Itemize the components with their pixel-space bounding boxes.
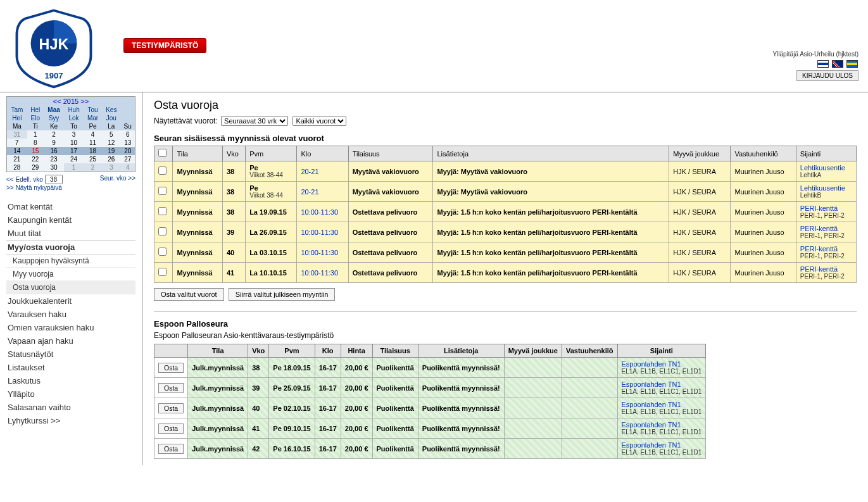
cal-day[interactable]: 29 <box>27 163 44 172</box>
flag-sv-icon[interactable] <box>846 60 858 68</box>
row-checkbox[interactable] <box>158 268 167 276</box>
time-link[interactable]: 20-21 <box>301 188 318 196</box>
cal-month[interactable]: Lok <box>69 115 79 122</box>
cal-day[interactable]: 23 <box>44 155 64 163</box>
cal-day[interactable]: 4 <box>120 163 135 172</box>
cal-day[interactable]: 26 <box>102 155 120 163</box>
flag-fi-icon[interactable] <box>817 60 829 68</box>
cal-day[interactable]: 7 <box>7 139 27 147</box>
nav-item[interactable]: Listaukset <box>6 361 135 374</box>
nav-item[interactable]: Vapaan ajan haku <box>6 334 135 348</box>
filter-all-select[interactable]: Kaikki vuorot <box>292 116 346 126</box>
cal-day[interactable]: 14 <box>7 147 27 155</box>
time-link[interactable]: 10:00-11:30 <box>301 208 338 216</box>
location-link[interactable]: PERI-kenttä <box>800 245 838 253</box>
cal-day[interactable]: 25 <box>84 155 102 163</box>
location-link[interactable]: Espoonlahden TN1 <box>622 421 681 429</box>
cal-day[interactable]: 1 <box>64 163 84 172</box>
nav-item[interactable]: Laskutus <box>6 374 135 387</box>
cal-day[interactable]: 2 <box>44 130 64 139</box>
cal-year-prev[interactable]: << <box>53 97 61 105</box>
cal-month[interactable]: Tam <box>11 106 23 113</box>
logout-button[interactable]: KIRJAUDU ULOS <box>796 70 859 81</box>
cal-day[interactable]: 18 <box>84 147 102 155</box>
cal-year-next[interactable]: >> <box>80 97 89 105</box>
location-link[interactable]: PERI-kenttä <box>800 204 838 212</box>
buy-button[interactable]: Osta <box>158 444 184 454</box>
cal-week-input[interactable] <box>45 175 63 184</box>
cal-day[interactable]: 27 <box>120 155 135 163</box>
time-link[interactable]: 10:00-11:30 <box>301 229 338 236</box>
nav-item[interactable]: Omien varauksien haku <box>6 321 135 334</box>
location-link[interactable]: Espoonlahden TN1 <box>622 380 681 388</box>
cal-today-link[interactable]: >> Näytä nykypäivä <box>6 184 62 191</box>
cal-day[interactable]: 12 <box>102 139 120 147</box>
cal-day[interactable]: 9 <box>44 139 64 147</box>
nav-item[interactable]: Salasanan vaihto <box>6 401 135 414</box>
cal-month[interactable]: Hei <box>12 115 22 122</box>
cal-month[interactable]: Hel <box>30 106 40 113</box>
cal-day[interactable]: 6 <box>120 130 135 139</box>
cal-day[interactable]: 24 <box>64 155 84 163</box>
buy-button[interactable]: Osta <box>158 424 184 434</box>
time-link[interactable]: 20-21 <box>301 168 318 175</box>
nav-item[interactable]: Myy vuoroja <box>6 268 135 281</box>
cal-day[interactable]: 2 <box>84 163 102 172</box>
cal-month[interactable]: Mar <box>87 115 98 122</box>
location-link[interactable]: Espoonlahden TN1 <box>622 401 681 408</box>
select-all-checkbox[interactable] <box>158 149 167 157</box>
nav-item[interactable]: Kaupungin kentät <box>6 213 135 227</box>
buy-button[interactable]: Osta <box>158 383 184 393</box>
nav-item[interactable]: Myy/osta vuoroja <box>6 240 135 254</box>
cal-day[interactable]: 13 <box>120 139 135 147</box>
buy-selected-button[interactable]: Osta valitut vuorot <box>154 288 224 301</box>
cal-day[interactable]: 20 <box>120 147 135 155</box>
cal-next-week[interactable]: Seur. vko >> <box>100 175 135 182</box>
nav-item[interactable]: Ylläpito <box>6 387 135 401</box>
cal-month[interactable]: Tou <box>88 106 98 113</box>
location-link[interactable]: PERI-kenttä <box>800 225 838 232</box>
cal-month[interactable]: Elo <box>31 115 40 122</box>
cal-month[interactable]: Huh <box>68 106 79 113</box>
cal-day[interactable]: 15 <box>27 147 44 155</box>
time-link[interactable]: 10:00-11:30 <box>301 249 338 256</box>
cal-month[interactable]: Kes <box>106 106 116 113</box>
cal-day[interactable]: 17 <box>64 147 84 155</box>
cal-month[interactable]: Syy <box>49 115 60 122</box>
row-checkbox[interactable] <box>158 248 167 256</box>
cal-day[interactable]: 4 <box>84 130 102 139</box>
cal-day[interactable]: 11 <box>84 139 102 147</box>
flag-uk-icon[interactable] <box>832 60 843 68</box>
cal-day[interactable]: 21 <box>7 155 27 163</box>
cal-day[interactable]: 22 <box>27 155 44 163</box>
nav-item[interactable]: Osta vuoroja <box>6 281 135 294</box>
buy-button[interactable]: Osta <box>158 363 184 373</box>
cal-day[interactable]: 1 <box>27 130 44 139</box>
nav-item[interactable]: Kauppojen hyväksyntä <box>6 254 135 268</box>
cal-day[interactable]: 19 <box>102 147 120 155</box>
filter-period-select[interactable]: Seuraavat 30 vrk <box>221 116 288 126</box>
cal-day[interactable]: 30 <box>44 163 64 172</box>
cal-day[interactable]: 10 <box>64 139 84 147</box>
location-link[interactable]: Espoonlahden TN1 <box>622 360 681 368</box>
cal-day[interactable]: 8 <box>27 139 44 147</box>
nav-item[interactable]: Lyhytkurssi >> <box>6 414 135 427</box>
cal-day[interactable]: 5 <box>102 130 120 139</box>
cal-month[interactable]: Maa <box>47 106 60 113</box>
buy-button[interactable]: Osta <box>158 403 184 413</box>
location-link[interactable]: Espoonlahden TN1 <box>622 441 681 449</box>
nav-item[interactable]: Varauksen haku <box>6 308 135 321</box>
row-checkbox[interactable] <box>158 166 167 175</box>
row-checkbox[interactable] <box>158 187 167 195</box>
cal-day[interactable]: 3 <box>102 163 120 172</box>
row-checkbox[interactable] <box>158 207 167 215</box>
calendar[interactable]: << 2015 >> TamHelMaaHuhTouKes HeiEloSyyL… <box>6 96 135 172</box>
time-link[interactable]: 10:00-11:30 <box>301 269 338 277</box>
move-public-button[interactable]: Siirrä valitut julkiseen myyntiin <box>229 288 336 301</box>
cal-day[interactable]: 28 <box>7 163 27 172</box>
row-checkbox[interactable] <box>158 227 167 235</box>
nav-item[interactable]: Joukkuekalenterit <box>6 294 135 308</box>
cal-day[interactable]: 31 <box>7 130 27 139</box>
location-link[interactable]: Lehtikuusentie <box>800 184 845 192</box>
nav-item[interactable]: Omat kentät <box>6 200 135 213</box>
